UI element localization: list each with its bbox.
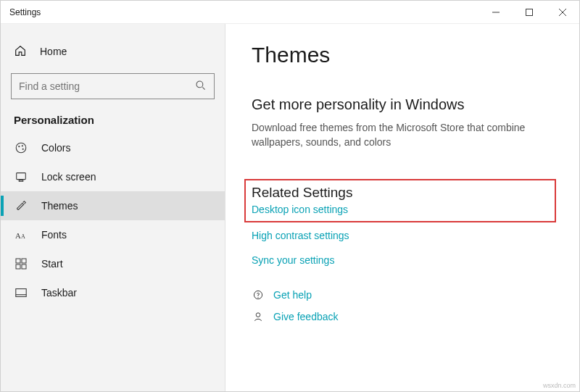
home-icon — [14, 44, 27, 59]
more-personality-sub: Download free themes from the Microsoft … — [252, 120, 553, 150]
minimize-icon — [492, 9, 500, 16]
window-controls — [479, 1, 579, 24]
home-label: Home — [40, 46, 67, 57]
svg-point-17 — [257, 297, 258, 298]
svg-rect-13 — [22, 264, 26, 269]
window-title: Settings — [9, 7, 41, 17]
page-title: Themes — [252, 43, 553, 67]
sidebar-item-label: Taskbar — [41, 287, 77, 299]
search-icon — [195, 80, 207, 93]
svg-point-4 — [22, 145, 23, 146]
palette-icon — [14, 141, 28, 154]
sync-settings-link[interactable]: Sync your settings — [252, 254, 553, 266]
sidebar-item-taskbar[interactable]: Taskbar — [1, 278, 225, 307]
sidebar-item-label: Colors — [41, 142, 70, 154]
feedback-icon — [252, 311, 265, 322]
svg-point-1 — [196, 81, 203, 88]
home-button[interactable]: Home — [1, 37, 225, 66]
sidebar-item-label: Start — [41, 258, 63, 270]
sidebar-item-lock-screen[interactable]: Lock screen — [1, 162, 225, 191]
taskbar-icon — [14, 286, 28, 299]
related-settings-heading: Related Settings — [252, 185, 549, 201]
give-feedback-row[interactable]: Give feedback — [252, 311, 553, 322]
related-settings-highlight: Related Settings Desktop icon settings — [244, 179, 556, 222]
help-icon — [252, 289, 265, 301]
sidebar-item-start[interactable]: Start — [1, 249, 225, 278]
minimize-button[interactable] — [479, 1, 513, 24]
svg-text:A: A — [15, 231, 21, 240]
search-input[interactable] — [19, 80, 195, 92]
svg-rect-11 — [22, 259, 26, 263]
maximize-icon — [526, 9, 533, 16]
svg-point-18 — [256, 312, 260, 317]
sidebar: Home Personalization Colors Lock screen — [1, 24, 225, 391]
titlebar: Settings — [1, 1, 579, 24]
svg-rect-12 — [16, 264, 20, 269]
maximize-button[interactable] — [513, 1, 546, 24]
sidebar-item-colors[interactable]: Colors — [1, 133, 225, 162]
font-icon: AA — [14, 228, 28, 241]
close-icon — [559, 9, 566, 16]
search-box[interactable] — [11, 73, 215, 99]
start-icon — [14, 258, 28, 270]
sidebar-item-fonts[interactable]: AA Fonts — [1, 220, 225, 249]
sidebar-item-label: Themes — [41, 200, 78, 212]
svg-point-2 — [16, 143, 26, 153]
sidebar-item-themes[interactable]: Themes — [1, 191, 225, 220]
give-feedback-link[interactable]: Give feedback — [273, 311, 339, 322]
close-button[interactable] — [546, 1, 579, 24]
svg-point-5 — [22, 149, 24, 150]
svg-point-3 — [18, 146, 20, 147]
get-help-link[interactable]: Get help — [273, 289, 312, 301]
sidebar-item-label: Lock screen — [41, 171, 96, 183]
watermark: wsxdn.com — [543, 382, 576, 389]
svg-text:A: A — [21, 233, 25, 240]
svg-rect-14 — [16, 289, 26, 297]
svg-rect-0 — [526, 9, 533, 15]
desktop-icon-settings-link[interactable]: Desktop icon settings — [252, 204, 549, 215]
svg-rect-7 — [19, 180, 22, 182]
main-panel: Themes Get more personality in Windows D… — [225, 24, 579, 391]
category-header: Personalization — [1, 109, 225, 133]
brush-icon — [14, 199, 28, 212]
lock-icon — [14, 170, 28, 183]
get-help-row[interactable]: Get help — [252, 289, 553, 301]
high-contrast-settings-link[interactable]: High contrast settings — [252, 230, 553, 241]
svg-rect-10 — [16, 259, 20, 263]
sidebar-item-label: Fonts — [41, 229, 67, 241]
svg-rect-6 — [17, 173, 26, 180]
more-personality-heading: Get more personality in Windows — [252, 96, 553, 113]
